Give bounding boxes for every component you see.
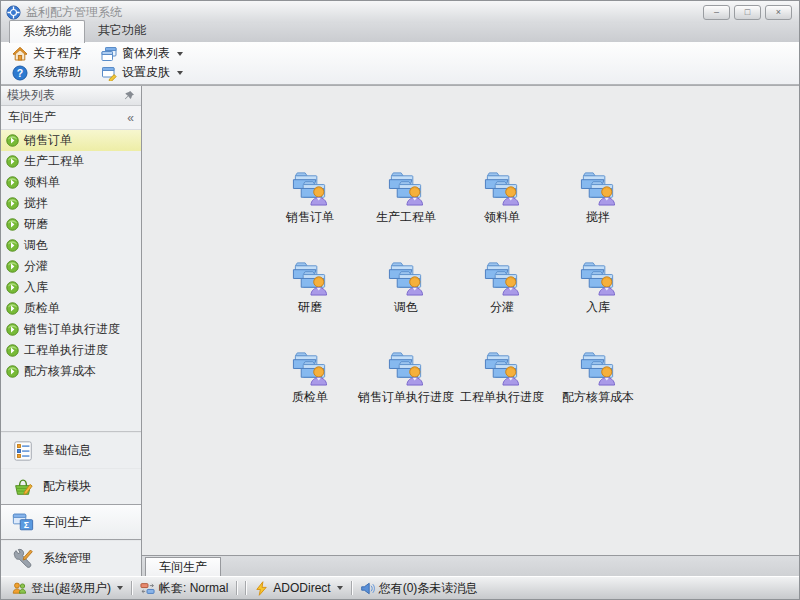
form-list-button[interactable]: 窗体列表 xyxy=(96,44,188,63)
folder-user-icon xyxy=(578,348,618,387)
ribbon-row-1: 关于程序 窗体列表 xyxy=(7,44,793,63)
sidebar-item-material-requisition[interactable]: 领料单 xyxy=(1,172,141,193)
sidebar-item-label: 搅拌 xyxy=(24,195,48,212)
module-shortcut-production-order[interactable]: 生产工程单 xyxy=(358,168,454,226)
sidebar-group-header: 车间生产 « xyxy=(1,106,141,130)
module-shortcut-mixing[interactable]: 搅拌 xyxy=(550,168,646,226)
statusbar-divider xyxy=(245,581,246,595)
folder-user-icon xyxy=(482,168,522,207)
minimize-button[interactable]: – xyxy=(703,5,730,20)
sidebar-item-filling[interactable]: 分灌 xyxy=(1,256,141,277)
system-help-label: 系统帮助 xyxy=(33,64,81,81)
users-icon xyxy=(12,581,27,596)
module-shortcut-formula-cost[interactable]: 配方核算成本 xyxy=(550,348,646,406)
sidebar-item-tinting[interactable]: 调色 xyxy=(1,235,141,256)
sidebar-item-sales-order[interactable]: 销售订单 xyxy=(1,130,141,151)
close-button[interactable]: × xyxy=(765,5,792,20)
module-shortcut-grinding[interactable]: 研磨 xyxy=(262,258,358,316)
sidebar-item-production-order[interactable]: 生产工程单 xyxy=(1,151,141,172)
module-shortcut-quality-inspection[interactable]: 质检单 xyxy=(262,348,358,406)
module-shortcut-sales-order-progress[interactable]: 销售订单执行进度 xyxy=(358,348,454,406)
module-shortcut-material-requisition[interactable]: 领料单 xyxy=(454,168,550,226)
nav-item-system-management[interactable]: 系统管理 xyxy=(1,540,141,576)
window-cascade-icon xyxy=(101,46,117,62)
module-label: 配方核算成本 xyxy=(562,389,634,406)
account-set-label: 帐套: Normal xyxy=(159,580,228,597)
module-label: 生产工程单 xyxy=(376,209,436,226)
app-logo-icon xyxy=(6,5,21,20)
ribbon-row-2: 系统帮助 设置皮肤 xyxy=(7,63,793,82)
green-arrow-icon xyxy=(6,239,19,252)
green-arrow-icon xyxy=(6,155,19,168)
statusbar-divider xyxy=(236,581,237,595)
document-tab-workshop-production[interactable]: 车间生产 xyxy=(145,557,221,576)
nav-item-workshop-production[interactable]: 车间生产 xyxy=(1,504,141,540)
unread-messages-indicator[interactable]: 您有(0)条未读消息 xyxy=(356,580,482,597)
green-arrow-icon xyxy=(6,323,19,336)
workshop-icon xyxy=(12,511,34,533)
collapse-chevron-icon[interactable]: « xyxy=(127,111,134,125)
main-area: 模块列表 车间生产 « 销售订单 生产工程单 领料单 xyxy=(1,85,799,576)
statusbar-divider xyxy=(131,581,132,595)
sidebar-item-label: 销售订单执行进度 xyxy=(24,321,120,338)
sidebar-item-warehousing[interactable]: 入库 xyxy=(1,277,141,298)
green-arrow-icon xyxy=(6,281,19,294)
module-shortcut-warehousing[interactable]: 入库 xyxy=(550,258,646,316)
green-arrow-icon xyxy=(6,134,19,147)
folder-user-icon xyxy=(578,258,618,297)
sidebar-item-sales-order-progress[interactable]: 销售订单执行进度 xyxy=(1,319,141,340)
window-title: 益利配方管理系统 xyxy=(26,4,703,21)
data-provider-label: ADODirect xyxy=(273,581,330,595)
sidebar-item-engineering-order-progress[interactable]: 工程单执行进度 xyxy=(1,340,141,361)
module-label: 入库 xyxy=(586,299,610,316)
sidebar-item-quality-inspection[interactable]: 质检单 xyxy=(1,298,141,319)
sidebar-item-label: 销售订单 xyxy=(24,132,72,149)
maximize-button[interactable]: □ xyxy=(734,5,761,20)
sidebar-item-grinding[interactable]: 研磨 xyxy=(1,214,141,235)
folder-user-icon xyxy=(482,258,522,297)
sidebar-item-mixing[interactable]: 搅拌 xyxy=(1,193,141,214)
window-controls: – □ × xyxy=(703,5,794,20)
module-shortcut-tinting[interactable]: 调色 xyxy=(358,258,454,316)
folder-user-icon xyxy=(290,258,330,297)
folder-user-icon xyxy=(578,168,618,207)
sidebar-item-label: 质检单 xyxy=(24,300,60,317)
basket-icon xyxy=(12,476,34,498)
green-arrow-icon xyxy=(6,344,19,357)
logout-dropdown[interactable]: 登出(超级用户) xyxy=(8,580,127,597)
home-icon xyxy=(12,46,28,62)
megaphone-icon xyxy=(360,581,375,596)
sidebar-item-label: 调色 xyxy=(24,237,48,254)
status-bar: 登出(超级用户) 帐套: Normal ADODirect 您有(0)条未读消息 xyxy=(1,576,799,599)
statusbar-divider xyxy=(351,581,352,595)
data-provider-dropdown[interactable]: ADODirect xyxy=(250,581,346,596)
list-icon xyxy=(12,440,34,462)
folder-user-icon xyxy=(386,258,426,297)
set-skin-button[interactable]: 设置皮肤 xyxy=(96,63,188,82)
pin-icon[interactable] xyxy=(123,90,135,102)
dropdown-arrow-icon xyxy=(177,52,183,56)
set-skin-label: 设置皮肤 xyxy=(122,64,170,81)
folder-user-icon xyxy=(290,168,330,207)
module-shortcut-filling[interactable]: 分灌 xyxy=(454,258,550,316)
module-label: 领料单 xyxy=(484,209,520,226)
nav-item-basic-info[interactable]: 基础信息 xyxy=(1,432,141,468)
sidebar-item-formula-cost[interactable]: 配方核算成本 xyxy=(1,361,141,382)
folder-user-icon xyxy=(290,348,330,387)
about-program-button[interactable]: 关于程序 xyxy=(7,44,86,63)
dropdown-arrow-icon xyxy=(177,71,183,75)
tab-other-functions[interactable]: 其它功能 xyxy=(85,20,159,42)
module-shortcut-engineering-order-progress[interactable]: 工程单执行进度 xyxy=(454,348,550,406)
tab-system-functions[interactable]: 系统功能 xyxy=(9,20,85,43)
tools-icon xyxy=(12,548,34,570)
app-window: 益利配方管理系统 – □ × 系统功能 其它功能 关于程序 窗体列表 xyxy=(0,0,800,600)
lightning-bolt-icon xyxy=(254,581,269,596)
system-help-button[interactable]: 系统帮助 xyxy=(7,63,86,82)
nav-item-label: 配方模块 xyxy=(43,478,91,495)
module-label: 销售订单执行进度 xyxy=(358,389,454,406)
form-list-label: 窗体列表 xyxy=(122,45,170,62)
account-set-indicator[interactable]: 帐套: Normal xyxy=(136,580,232,597)
module-shortcut-sales-order[interactable]: 销售订单 xyxy=(262,168,358,226)
nav-item-formula-module[interactable]: 配方模块 xyxy=(1,468,141,504)
sidebar-nav-panes: 基础信息 配方模块 车间生产 系统管理 xyxy=(1,431,141,576)
